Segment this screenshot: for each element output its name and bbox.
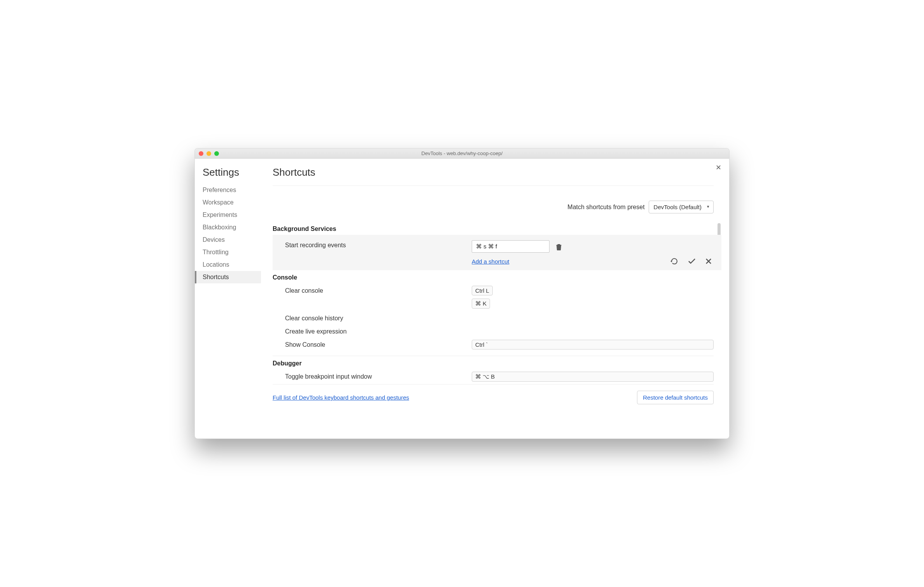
delete-shortcut-icon[interactable]	[556, 243, 562, 250]
confirm-icon[interactable]	[688, 258, 696, 265]
sidebar-item-locations[interactable]: Locations	[203, 259, 261, 271]
keycap: ⌘ ⌥ B	[472, 372, 714, 382]
shortcut-row-start-recording: Start recording events ⌘ s ⌘ f Add a sho…	[273, 235, 721, 270]
close-traffic-icon[interactable]	[199, 151, 203, 156]
shortcuts-panel: Shortcuts Match shortcuts from preset De…	[261, 159, 729, 439]
keycap: Ctrl `	[472, 340, 714, 349]
undo-icon[interactable]	[670, 258, 679, 265]
devtools-window: DevTools - web.dev/why-coop-coep/ ✕ Sett…	[194, 148, 730, 439]
window-title: DevTools - web.dev/why-coop-coep/	[199, 150, 725, 156]
settings-sidebar: Settings Preferences Workspace Experimen…	[195, 159, 261, 439]
close-icon[interactable]: ✕	[716, 163, 721, 172]
section-debugger: Debugger	[273, 356, 714, 369]
sidebar-item-experiments[interactable]: Experiments	[203, 209, 261, 221]
minimize-traffic-icon[interactable]	[206, 151, 211, 156]
page-title: Shortcuts	[273, 166, 714, 186]
shortcut-label: Create live expression	[285, 327, 472, 335]
shortcut-label: Clear console	[285, 286, 472, 294]
cancel-icon[interactable]	[705, 258, 712, 265]
shortcut-row-toggle-breakpoint-input: Toggle breakpoint input window ⌘ ⌥ B	[273, 369, 714, 384]
sidebar-item-blackboxing[interactable]: Blackboxing	[203, 221, 261, 234]
section-console: Console	[273, 270, 714, 283]
sidebar-item-preferences[interactable]: Preferences	[203, 184, 261, 196]
shortcut-label: Start recording events	[285, 240, 472, 249]
shortcut-label: Clear console history	[285, 313, 472, 322]
shortcut-label: Show Console	[285, 340, 472, 348]
sidebar-item-workspace[interactable]: Workspace	[203, 196, 261, 209]
shortcut-row-clear-console-history: Clear console history	[273, 311, 714, 324]
sidebar-item-throttling[interactable]: Throttling	[203, 246, 261, 259]
keycap: Ctrl L	[472, 286, 493, 295]
shortcut-list: Background Services Start recording even…	[273, 221, 721, 384]
shortcut-input[interactable]: ⌘ s ⌘ f	[472, 240, 550, 253]
preset-label: Match shortcuts from preset	[567, 204, 644, 211]
traffic-lights	[199, 151, 219, 156]
shortcut-row-show-console: Show Console Ctrl `	[273, 337, 714, 352]
titlebar: DevTools - web.dev/why-coop-coep/	[195, 148, 729, 159]
section-background-services: Background Services	[273, 222, 714, 235]
shortcut-row-clear-console: Clear console Ctrl L ⌘ K	[273, 283, 714, 311]
restore-defaults-button[interactable]: Restore default shortcuts	[637, 391, 714, 404]
preset-select[interactable]: DevTools (Default)	[649, 201, 714, 213]
footer: Full list of DevTools keyboard shortcuts…	[273, 384, 714, 411]
keycap: ⌘ K	[472, 299, 490, 309]
zoom-traffic-icon[interactable]	[214, 151, 219, 156]
sidebar-item-devices[interactable]: Devices	[203, 234, 261, 246]
shortcut-label: Toggle breakpoint input window	[285, 372, 472, 380]
sidebar-item-shortcuts[interactable]: Shortcuts	[195, 271, 261, 283]
sidebar-heading: Settings	[203, 166, 261, 178]
full-shortcuts-link[interactable]: Full list of DevTools keyboard shortcuts…	[273, 394, 409, 401]
shortcut-row-create-live-expression: Create live expression	[273, 324, 714, 337]
